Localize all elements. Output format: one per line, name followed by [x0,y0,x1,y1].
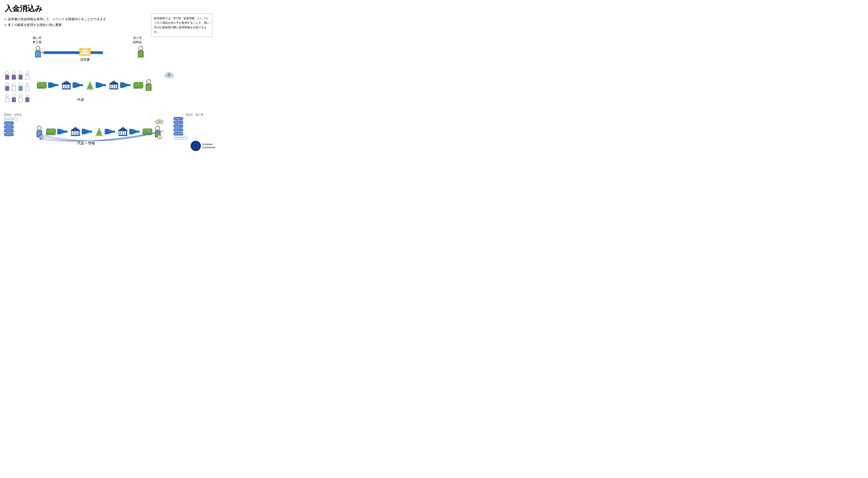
invoice-2-right: Invoice 2 [173,121,183,124]
ec-stars-svg [192,142,200,150]
buyer-label: 買い手青工業 [33,36,41,44]
info-icon-right: i [157,135,162,139]
invoice-2-left: Invoice 2 [4,125,14,129]
ec-logo: EuropeanCommission [191,141,216,151]
svg-rect-68 [73,131,75,135]
buyer-person [35,46,41,57]
money-right: $ [133,81,144,89]
svg-rect-28 [62,89,71,89]
bottom-section: 調達先：緑商会 得意先：青工業 Credit Note 1 Invoice 1 … [2,113,215,153]
seller-head [138,46,143,51]
person-m7 [18,83,24,94]
bottom-arrow-2 [82,129,94,135]
svg-rect-32 [62,83,71,84]
money-left: $ [37,81,47,89]
question-cloud: ? [164,70,175,79]
svg-text:🙂: 🙂 [158,120,161,123]
svg-text:$: $ [41,83,42,86]
bottom-arrow-1 [57,129,69,135]
info-icon-left: i [39,135,43,139]
person-m11 [18,94,24,105]
svg-rect-70 [77,131,79,135]
ec-text: EuropeanCommission [203,143,216,149]
svg-text:$: $ [147,130,148,132]
person-m6 [11,83,17,94]
svg-rect-46 [114,85,115,88]
svg-rect-51 [110,83,118,84]
middle-label: 代金 [77,97,84,102]
doc-stack-right: Invoice 1 Invoice 2 Invoice 3 Invoice 4 … [173,117,187,140]
svg-text:$: $ [50,130,52,132]
person-m10 [11,94,17,105]
envelope-svg [79,46,91,56]
svg-rect-27 [68,85,69,88]
person-m5 [4,83,10,94]
invoice-3-right: Invoice 3 [173,124,183,128]
svg-rect-44 [110,85,112,88]
svg-rect-73 [71,130,80,130]
bottom-arrow-4 [129,129,141,135]
person-m8 [24,83,30,94]
svg-rect-25 [64,85,66,88]
bottom-pyramid [95,126,103,137]
person-m2 [11,71,17,82]
right-seller-body [146,84,151,91]
invoice-arrow [41,49,105,57]
bottom-label: 代金＋情報 [77,141,95,146]
credit-note-right: Credit Note 1 [173,136,187,140]
bottom-bank-2 [118,126,128,137]
svg-rect-47 [116,85,117,88]
invoice-4-left: Invoice 4 [4,133,14,136]
pyramid-1 [86,80,94,90]
arrow-4 [120,82,132,88]
bank-1 [61,80,71,90]
seller-label: 売り手緑商会 [133,36,142,44]
ec-star-circle [191,141,201,151]
svg-rect-85 [119,131,121,135]
svg-rect-88 [125,131,126,135]
svg-rect-87 [123,131,124,135]
main-content: 買い手青工業 売り手緑商会 [0,32,217,153]
money-bottom-left: $ [46,128,56,136]
invoice-5-right: Invoice 5 [173,132,183,136]
buyer-body [35,51,41,57]
buyer-head [36,46,40,51]
person-m3 [18,71,24,82]
right-seller-head [147,79,151,84]
arrow-1 [48,82,60,88]
callout-text: 欧州規格では、BT-83「送金情報」というビジネス用語を売り手が使用することで、… [154,17,209,33]
supplier-label: 調達先：緑商会 [4,113,22,117]
customer-label: 得意先：青工業 [185,113,203,117]
credit-note-left: Credit Note 1 [4,117,18,121]
svg-rect-24 [63,85,64,88]
person-m12 [24,94,30,105]
invoice-envelope: 請求書 [79,46,91,62]
page-title: 入金消込み [0,0,217,15]
top-diagram: 買い手青工業 売り手緑商会 [2,32,215,69]
person-m1 [4,71,10,82]
people-group [4,71,30,105]
svg-rect-48 [109,89,118,89]
invoice-4-right: Invoice 4 [173,128,183,131]
invoice-1-right: Invoice 1 [173,117,183,120]
svg-text:?: ? [168,73,170,77]
arrow-2 [73,82,85,88]
question-cloud-svg: ? [164,70,175,79]
arrow-3 [96,82,107,88]
svg-text:$: $ [138,83,139,86]
svg-rect-71 [71,135,80,136]
bottom-arrow-3 [105,129,117,135]
bottom-bank-1 [70,126,81,137]
smile-cloud: 🙂 [154,118,165,125]
bank-2 [108,80,119,90]
person-m4 [24,71,30,82]
invoice-label: 請求書 [80,58,90,62]
svg-rect-69 [75,131,76,135]
svg-rect-67 [72,131,73,135]
person-m9 [4,94,10,105]
seller-body [138,51,144,57]
middle-section: ? $ [2,69,215,113]
svg-rect-91 [119,130,127,130]
svg-rect-5 [82,50,88,54]
invoice-1-left: Invoice 1 [4,122,14,125]
